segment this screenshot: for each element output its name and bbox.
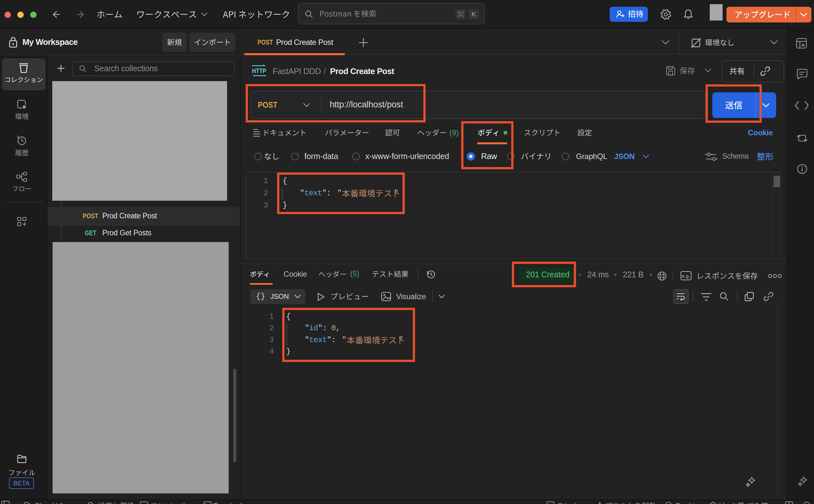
- svg-text:HTTP: HTTP: [252, 67, 266, 74]
- svg-text:e.g.: e.g.: [682, 273, 690, 279]
